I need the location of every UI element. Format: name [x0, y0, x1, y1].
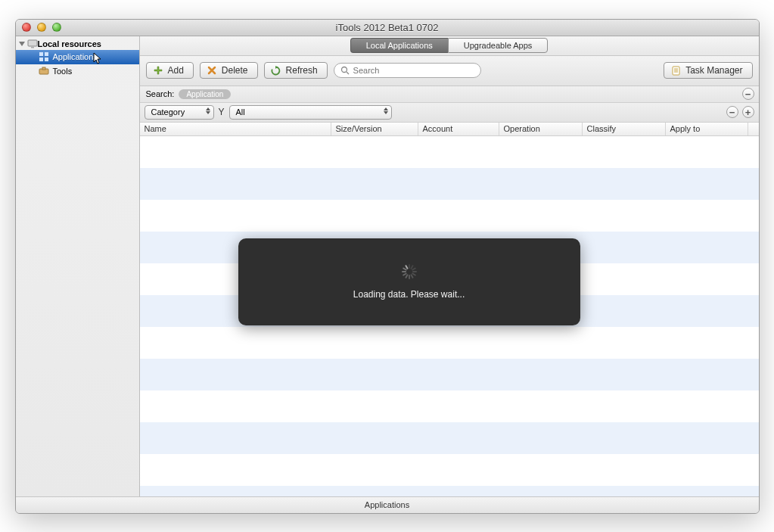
- sidebar-item-label: Tools: [53, 67, 73, 76]
- column-classify[interactable]: Classify: [583, 123, 666, 135]
- disclosure-triangle-icon[interactable]: [19, 42, 25, 46]
- tab-local-applications[interactable]: Local Applications: [350, 38, 448, 53]
- loading-text: Loading data. Please wait...: [353, 289, 465, 300]
- button-label: Task Manager: [685, 65, 742, 76]
- column-account[interactable]: Account: [418, 123, 499, 135]
- monitor-icon: [27, 39, 38, 48]
- column-label: Apply to: [670, 124, 701, 133]
- apps-icon: [39, 52, 49, 61]
- column-spacer: [748, 123, 759, 135]
- svg-rect-7: [42, 67, 45, 70]
- search-filter-label: Search:: [146, 89, 175, 98]
- window-title: iTools 2012 Beta1 0702: [16, 22, 759, 33]
- table-row: [140, 200, 759, 232]
- column-label: Account: [423, 124, 453, 133]
- search-icon: [340, 66, 350, 75]
- column-apply-to[interactable]: Apply to: [666, 123, 748, 135]
- add-button[interactable]: Add: [146, 62, 194, 79]
- remove-row-button[interactable]: −: [726, 106, 738, 118]
- tab-upgradeable-apps[interactable]: Upgradeable Apps: [448, 38, 549, 53]
- search-input[interactable]: [353, 66, 474, 75]
- all-select[interactable]: All: [229, 105, 392, 120]
- button-label: Add: [168, 65, 184, 76]
- column-label: Operation: [504, 124, 540, 133]
- select-value: All: [236, 107, 245, 117]
- filter-bar: Category Y All − +: [140, 103, 759, 123]
- spinner-icon: [401, 263, 418, 280]
- table-row: [140, 136, 759, 168]
- button-label: Delete: [222, 65, 248, 76]
- titlebar: iTools 2012 Beta1 0702: [16, 20, 759, 36]
- task-manager-button[interactable]: Task Manager: [664, 62, 752, 79]
- tab-label: Upgradeable Apps: [464, 41, 533, 50]
- updown-icon: [206, 107, 210, 114]
- status-text: Applications: [365, 500, 409, 509]
- tabs-row: Local Applications Upgradeable Apps: [140, 36, 759, 56]
- app-window: iTools 2012 Beta1 0702 Local resources A…: [15, 19, 760, 514]
- table-row: [140, 359, 759, 390]
- filter-letter: Y: [219, 107, 225, 117]
- svg-rect-5: [45, 58, 48, 61]
- svg-rect-4: [39, 58, 43, 61]
- plus-icon: [153, 65, 163, 76]
- refresh-button[interactable]: Refresh: [264, 62, 328, 79]
- remove-filter-button[interactable]: −: [742, 88, 754, 100]
- tab-label: Local Applications: [366, 41, 433, 50]
- search-field[interactable]: [334, 63, 481, 78]
- table-header: Name Size/Version Account Operation Clas…: [140, 123, 759, 136]
- select-value: Category: [151, 107, 185, 117]
- updown-icon: [384, 107, 388, 114]
- main-area: Local resources Applications Tools: [16, 36, 759, 496]
- delete-button[interactable]: Delete: [200, 62, 258, 79]
- svg-line-9: [347, 72, 349, 74]
- table-row: [140, 390, 759, 422]
- content-area: Local Applications Upgradeable Apps Add: [140, 36, 759, 496]
- table-row: [140, 486, 759, 496]
- toolbar: Add Delete Refresh: [140, 56, 759, 86]
- column-size-version[interactable]: Size/Version: [331, 123, 418, 135]
- sidebar-item-label: Applications: [53, 52, 98, 61]
- table-row: [140, 327, 759, 359]
- category-select[interactable]: Category: [145, 105, 214, 120]
- table-body: Loading data. Please wait...: [140, 136, 759, 496]
- loading-overlay: Loading data. Please wait...: [238, 238, 580, 325]
- column-label: Classify: [587, 124, 617, 133]
- column-label: Name: [145, 124, 166, 133]
- svg-rect-3: [45, 52, 48, 56]
- sidebar-root-label: Local resources: [38, 39, 101, 48]
- sidebar-item-tools[interactable]: Tools: [16, 64, 139, 79]
- search-filter-bar: Search: Application −: [140, 86, 759, 103]
- add-row-button[interactable]: +: [742, 106, 754, 118]
- refresh-icon: [271, 65, 281, 76]
- svg-rect-1: [31, 47, 34, 48]
- table-row: [140, 454, 759, 486]
- svg-rect-0: [28, 40, 37, 46]
- table-row: [140, 422, 759, 454]
- sidebar-item-applications[interactable]: Applications: [16, 50, 139, 64]
- search-filter-chip[interactable]: Application: [179, 89, 231, 99]
- svg-point-8: [341, 67, 347, 73]
- delete-icon: [207, 65, 217, 76]
- sidebar-root[interactable]: Local resources: [16, 38, 139, 50]
- column-name[interactable]: Name: [140, 123, 331, 135]
- column-label: Size/Version: [336, 124, 382, 133]
- task-icon: [670, 65, 681, 76]
- button-label: Refresh: [286, 65, 318, 76]
- tools-icon: [39, 67, 49, 76]
- sidebar: Local resources Applications Tools: [16, 36, 140, 496]
- status-bar: Applications: [16, 496, 759, 513]
- table-row: [140, 168, 759, 200]
- column-operation[interactable]: Operation: [499, 123, 583, 135]
- svg-rect-2: [39, 52, 43, 56]
